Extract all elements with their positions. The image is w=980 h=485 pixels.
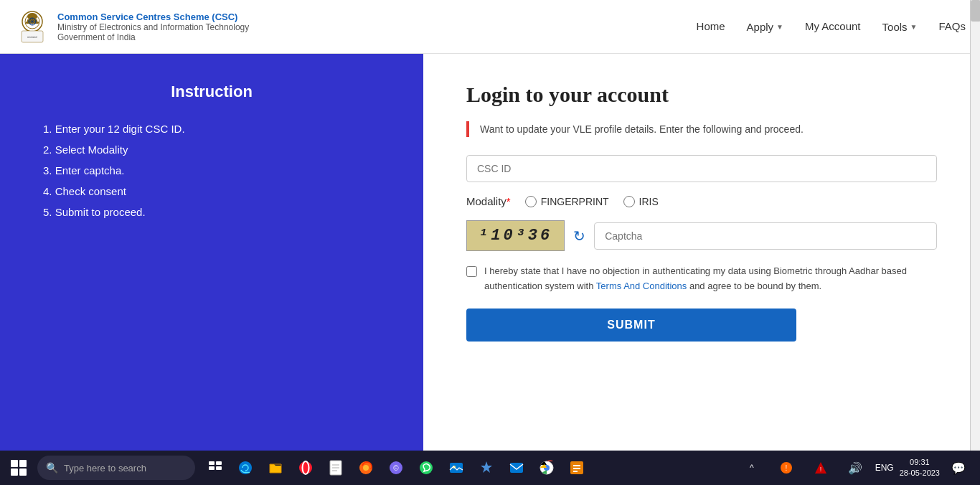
volume-icon[interactable]: 🔊	[841, 452, 870, 484]
captcha-image: ¹10³36	[466, 220, 565, 251]
app6-icon[interactable]: ©	[382, 452, 410, 484]
nav-links: Home Apply ▼ My Account Tools ▼ FAQs	[697, 20, 966, 33]
whatsapp-icon[interactable]	[412, 452, 440, 484]
brand-text: Common Service Centres Scheme (CSC) Mini…	[57, 11, 249, 42]
modality-row: Modality* FINGERPRINT IRIS	[466, 195, 937, 207]
svg-rect-14	[209, 466, 215, 470]
language-indicator[interactable]: ENG	[875, 463, 894, 473]
start-button[interactable]	[3, 452, 34, 484]
edge-icon[interactable]	[231, 452, 260, 484]
scrollbar[interactable]	[970, 0, 980, 485]
main-content: Instruction 1. Enter your 12 digit CSC I…	[0, 54, 980, 485]
instruction-panel: Instruction 1. Enter your 12 digit CSC I…	[0, 54, 423, 485]
svg-point-23	[363, 465, 369, 471]
svg-text:!: !	[819, 466, 821, 473]
brand-sub2: Government of India	[57, 32, 249, 42]
navbar: सत्यमेव जयते Common Service Centres Sche…	[0, 0, 980, 54]
nav-tools[interactable]: Tools ▼	[882, 21, 918, 33]
network-warning-icon[interactable]: !	[806, 452, 835, 484]
search-icon: 🔍	[46, 462, 58, 474]
brand-title: Common Service Centres Scheme (CSC)	[57, 11, 249, 22]
login-panel: Login to your account Want to update you…	[423, 54, 980, 485]
instruction-title: Instruction	[171, 83, 253, 101]
taskbar-right: ^ ! ! 🔊 ENG 09:31 28-05-2023 💬	[738, 452, 977, 484]
scrollbar-thumb[interactable]	[971, 0, 980, 22]
task-view-icon[interactable]	[201, 452, 230, 484]
submit-button[interactable]: SUBMIT	[466, 309, 796, 342]
iris-radio[interactable]	[623, 196, 635, 207]
brand: सत्यमेव जयते Common Service Centres Sche…	[14, 7, 249, 47]
brand-logo: सत्यमेव जयते	[14, 7, 50, 47]
svg-rect-29	[510, 463, 523, 473]
notepad-icon[interactable]	[321, 452, 350, 484]
list-item: 4. Check consent	[43, 185, 380, 197]
captcha-row: ¹10³36 ↻	[466, 220, 937, 251]
svg-point-26	[420, 461, 433, 474]
tray-expand-icon[interactable]: ^	[738, 452, 766, 484]
antivirus-icon[interactable]: !	[772, 452, 801, 484]
iris-option[interactable]: IRIS	[623, 196, 659, 207]
taskbar: 🔍 ©	[0, 451, 980, 485]
svg-rect-13	[216, 461, 222, 465]
nav-faqs[interactable]: FAQs	[938, 20, 966, 32]
login-title: Login to your account	[466, 83, 937, 107]
svg-rect-12	[209, 461, 215, 465]
list-item: 5. Submit to proceed.	[43, 206, 380, 218]
firefox-icon[interactable]	[352, 452, 380, 484]
refresh-captcha-icon[interactable]: ↻	[573, 227, 585, 245]
fingerprint-option[interactable]: FINGERPRINT	[525, 196, 609, 207]
captcha-input[interactable]	[594, 222, 937, 250]
search-input[interactable]	[64, 463, 171, 474]
svg-point-16	[299, 461, 312, 474]
apply-arrow: ▼	[776, 23, 783, 31]
photos-icon[interactable]	[442, 452, 471, 484]
tasklist-icon[interactable]	[562, 452, 591, 484]
fingerprint-radio[interactable]	[525, 196, 537, 207]
notification-icon[interactable]: 💬	[946, 455, 971, 481]
mail-icon[interactable]	[502, 452, 531, 484]
svg-rect-15	[216, 466, 222, 470]
terms-link[interactable]: Terms And Conditions	[596, 281, 687, 291]
consent-text: I hereby state that I have no objection …	[484, 264, 937, 294]
opera-icon[interactable]	[291, 452, 320, 484]
consent-checkbox[interactable]	[466, 266, 477, 277]
svg-text:!: !	[785, 464, 787, 472]
csc-id-group	[466, 155, 937, 182]
list-item: 3. Enter captcha.	[43, 164, 380, 176]
windows-icon	[11, 460, 27, 476]
tools-arrow: ▼	[910, 23, 918, 31]
file-explorer-icon[interactable]	[261, 452, 290, 484]
chrome-icon[interactable]	[532, 452, 561, 484]
login-subtitle: Want to update your VLE profile details.…	[466, 121, 937, 137]
search-bar[interactable]: 🔍	[37, 456, 195, 480]
nav-my-account[interactable]: My Account	[805, 20, 861, 32]
csc-id-input[interactable]	[466, 155, 937, 182]
nav-apply[interactable]: Apply ▼	[747, 21, 783, 33]
svg-text:सत्यमेव जयते: सत्यमेव जयते	[27, 36, 38, 39]
list-item: 2. Select Modality	[43, 143, 380, 156]
app9-icon[interactable]	[472, 452, 501, 484]
instruction-list: 1. Enter your 12 digit CSC ID. 2. Select…	[43, 123, 380, 227]
modality-label: Modality*	[466, 195, 511, 207]
list-item: 1. Enter your 12 digit CSC ID.	[43, 123, 380, 135]
nav-home[interactable]: Home	[697, 20, 725, 32]
svg-text:©: ©	[393, 464, 399, 472]
taskbar-clock[interactable]: 09:31 28-05-2023	[900, 457, 940, 479]
brand-sub1: Ministry of Electronics and Information …	[57, 22, 249, 32]
taskbar-apps: ©	[201, 452, 591, 484]
consent-row: I hereby state that I have no objection …	[466, 264, 937, 294]
